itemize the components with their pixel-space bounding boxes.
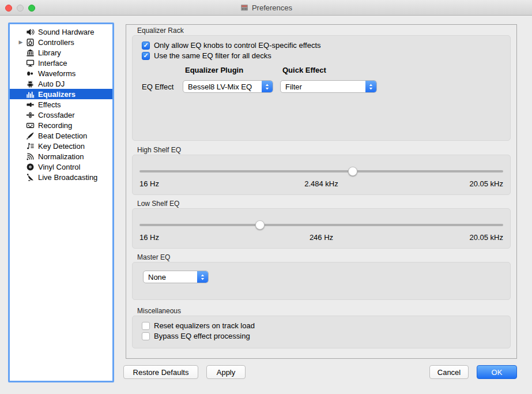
check-icon: ✓ [143,42,148,48]
low-shelf-box: 16 Hz 246 Hz 20.05 kHz [132,208,511,249]
same-eq-filter-checkbox-row[interactable]: ✓ Use the same EQ filter for all decks [142,51,271,60]
sidebar-item-live-broadcasting[interactable]: Live Broadcasting [10,172,112,182]
equalizer-rack-group: Equalizer Rack ✓ Only allow EQ knobs to … [126,27,516,141]
window-title: Preferences [252,3,292,12]
crossfader-icon [25,110,35,119]
high-shelf-box: 16 Hz 2.484 kHz 20.05 kHz [132,155,511,195]
satellite-dish-icon [25,172,35,182]
equalizers-settings-panel: Equalizer Rack ✓ Only allow EQ knobs to … [126,24,517,359]
app-icon [240,3,249,12]
monitor-icon [25,58,35,67]
low-shelf-labels: 16 Hz 246 Hz 20.05 kHz [139,233,503,242]
current-freq-label: 246 Hz [139,233,503,242]
vinyl-record-icon [25,162,35,171]
low-shelf-slider[interactable] [139,220,503,230]
high-shelf-labels: 16 Hz 2.484 kHz 20.05 kHz [139,179,503,189]
sidebar-item-effects[interactable]: Effects [10,99,112,110]
checkbox-unchecked[interactable] [142,322,150,330]
sidebar-category-list: Sound Hardware ▶ Controllers Library Int… [8,22,114,382]
eq-column-headers: Equalizer Plugin Quick Effect [142,66,377,74]
quick-effect-dropdown[interactable]: Filter [280,80,377,93]
sidebar-item-vinyl-control[interactable]: Vinyl Control [10,162,112,172]
slider-handle[interactable] [255,220,265,230]
group-title: Master EQ [137,253,516,261]
disclosure-triangle-icon[interactable]: ▶ [17,39,24,45]
slider-track[interactable] [139,170,503,172]
titlebar: Preferences [0,0,532,16]
sidebar-item-interface[interactable]: Interface [10,58,112,68]
equalizer-bars-icon [25,89,35,99]
high-shelf-eq-group: High Shelf EQ 16 Hz 2.484 kHz 20.05 kHz [126,146,516,195]
equalizer-plugin-header: Equalizer Plugin [183,66,273,74]
sidebar-item-sound-hardware[interactable]: Sound Hardware [10,27,112,37]
cancel-button[interactable]: Cancel [429,365,469,379]
close-button[interactable] [5,5,12,12]
controllers-icon [25,37,35,47]
sidebar-item-waveforms[interactable]: Waveforms [10,68,112,78]
sidebar-item-crossfader[interactable]: Crossfader [10,110,112,120]
high-shelf-slider[interactable] [139,167,503,176]
sound-waves-icon [25,152,35,161]
cassette-icon [25,121,35,130]
group-title: Equalizer Rack [137,27,516,35]
beat-whip-icon [25,131,35,140]
checkbox-unchecked[interactable] [142,332,150,340]
ok-button[interactable]: OK [477,365,517,379]
master-eq-group: Master EQ None [126,253,516,300]
preferences-window: Preferences Sound Hardware ▶ Controllers… [0,0,532,394]
miscellaneous-box: Reset equalizers on track load Bypass EQ… [132,316,511,348]
current-freq-label: 2.484 kHz [139,179,503,188]
group-title: Miscellaneous [137,307,516,315]
equalizer-rack-box: ✓ Only allow EQ knobs to control EQ-spec… [132,35,511,141]
max-freq-label: 20.05 kHz [469,179,503,188]
sidebar-item-equalizers[interactable]: Equalizers [10,89,112,99]
reset-equalizers-checkbox-row[interactable]: Reset equalizers on track load [142,321,255,330]
traffic-lights [5,0,35,16]
sidebar-item-beat-detection[interactable]: Beat Detection [10,130,112,141]
slider-handle[interactable] [348,167,357,176]
miscellaneous-group: Miscellaneous Reset equalizers on track … [126,307,516,348]
group-title: High Shelf EQ [137,146,516,154]
music-note-list-icon [25,141,35,151]
low-shelf-eq-group: Low Shelf EQ 16 Hz 246 Hz 20.05 kHz [126,200,516,249]
sidebar-item-library[interactable]: Library [10,47,112,58]
dropdown-arrows-icon [262,81,273,92]
robot-icon [25,79,35,88]
minimize-button [17,5,24,12]
equalizer-plugin-dropdown[interactable]: Bessel8 LV-Mix EQ [183,80,273,93]
checkbox-checked[interactable]: ✓ [142,52,150,60]
dropdown-arrows-icon [365,81,376,92]
sidebar-item-normalization[interactable]: Normalization [10,151,112,162]
eq-effect-row: EQ Effect Bessel8 LV-Mix EQ Filter [142,80,377,93]
master-eq-dropdown[interactable]: None [143,271,209,283]
bypass-eq-checkbox-row[interactable]: Bypass EQ effect processing [142,332,250,340]
sidebar-item-key-detection[interactable]: Key Detection [10,141,112,151]
quick-effect-header: Quick Effect [280,66,377,74]
sidebar-item-controllers[interactable]: ▶ Controllers [10,37,112,47]
dropdown-arrows-icon [197,271,208,283]
master-eq-box: None [132,262,511,300]
speaker-icon [25,27,35,36]
library-icon [25,48,35,57]
zoom-button[interactable] [28,5,35,12]
max-freq-label: 20.05 kHz [469,233,503,242]
sidebar-item-recording[interactable]: Recording [10,120,112,130]
sidebar-item-auto-dj[interactable]: Auto DJ [10,78,112,89]
eq-effect-label: EQ Effect [142,82,178,91]
waveform-icon [25,69,35,78]
restore-defaults-button[interactable]: Restore Defaults [123,365,198,379]
effects-icon [25,100,35,109]
group-title: Low Shelf EQ [137,200,516,208]
only-eq-knobs-checkbox-row[interactable]: ✓ Only allow EQ knobs to control EQ-spec… [142,41,321,50]
slider-track[interactable] [139,224,503,226]
check-icon: ✓ [143,52,148,59]
checkbox-checked[interactable]: ✓ [142,42,150,50]
apply-button[interactable]: Apply [206,365,246,379]
